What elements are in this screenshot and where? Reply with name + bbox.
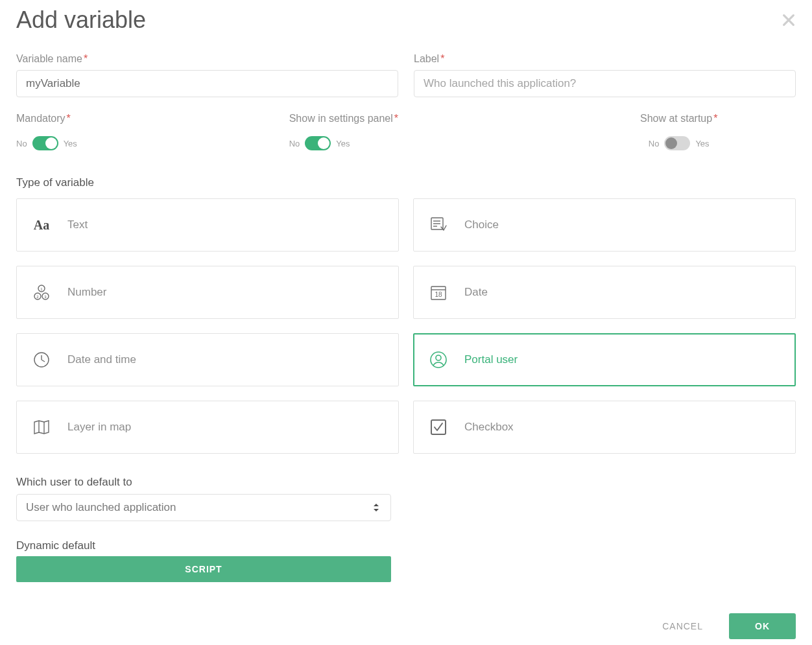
label-input[interactable] xyxy=(414,70,796,97)
show-startup-label: Show at startup* xyxy=(562,113,796,124)
show-settings-yes: Yes xyxy=(336,139,350,148)
svg-text:2: 2 xyxy=(36,295,39,299)
type-label-datetime: Date and time xyxy=(67,353,136,366)
type-label-checkbox: Checkbox xyxy=(464,421,514,434)
show-startup-toggle[interactable] xyxy=(664,136,690,150)
type-label-number: Number xyxy=(67,286,106,299)
label-field-label: Label* xyxy=(414,53,796,65)
variable-name-input[interactable] xyxy=(16,70,398,97)
default-user-label: Which user to default to xyxy=(16,476,796,489)
svg-text:18: 18 xyxy=(435,291,442,298)
type-card-text[interactable]: Aa Text xyxy=(16,198,399,252)
show-settings-no: No xyxy=(289,139,300,148)
type-card-choice[interactable]: Choice xyxy=(413,198,796,252)
mandatory-label: Mandatory* xyxy=(16,113,250,124)
close-icon[interactable] xyxy=(782,13,796,27)
datetime-icon xyxy=(32,351,51,369)
type-card-layer[interactable]: Layer in map xyxy=(16,401,399,454)
type-section-label: Type of variable xyxy=(16,176,796,189)
svg-line-17 xyxy=(42,360,45,362)
type-card-number[interactable]: 1 2 3 Number xyxy=(16,266,399,319)
checkbox-icon xyxy=(429,418,448,436)
svg-rect-22 xyxy=(431,420,446,434)
type-label-text: Text xyxy=(67,218,88,231)
date-icon: 18 xyxy=(429,283,448,301)
type-card-checkbox[interactable]: Checkbox xyxy=(413,401,796,454)
layer-icon xyxy=(32,418,51,436)
type-label-portal-user: Portal user xyxy=(464,353,518,366)
type-card-date[interactable]: 18 Date xyxy=(413,266,796,319)
mandatory-toggle[interactable] xyxy=(32,136,58,150)
dialog-title: Add variable xyxy=(16,6,146,34)
svg-text:1: 1 xyxy=(40,287,43,291)
mandatory-yes: Yes xyxy=(64,139,77,148)
show-settings-label: Show in settings panel* xyxy=(289,113,523,124)
ok-button[interactable]: OK xyxy=(729,613,796,639)
type-label-date: Date xyxy=(464,286,488,299)
show-startup-yes: Yes xyxy=(695,139,709,148)
show-startup-no: No xyxy=(649,139,660,148)
type-label-layer: Layer in map xyxy=(67,421,131,434)
cancel-button[interactable]: CANCEL xyxy=(662,621,703,631)
default-user-select[interactable]: User who launched application xyxy=(16,494,391,521)
script-button[interactable]: SCRIPT xyxy=(16,556,391,582)
variable-name-label: Variable name* xyxy=(16,53,398,65)
show-settings-toggle[interactable] xyxy=(305,136,331,150)
svg-text:3: 3 xyxy=(44,295,47,299)
portal-user-icon xyxy=(429,351,448,369)
svg-point-19 xyxy=(436,355,441,360)
choice-icon xyxy=(429,216,448,234)
dynamic-default-label: Dynamic default xyxy=(16,539,796,552)
mandatory-no: No xyxy=(16,139,27,148)
type-label-choice: Choice xyxy=(464,218,499,231)
type-card-portal-user[interactable]: Portal user xyxy=(413,333,796,386)
number-icon: 1 2 3 xyxy=(32,283,51,301)
text-icon: Aa xyxy=(32,218,51,233)
type-card-datetime[interactable]: Date and time xyxy=(16,333,399,386)
